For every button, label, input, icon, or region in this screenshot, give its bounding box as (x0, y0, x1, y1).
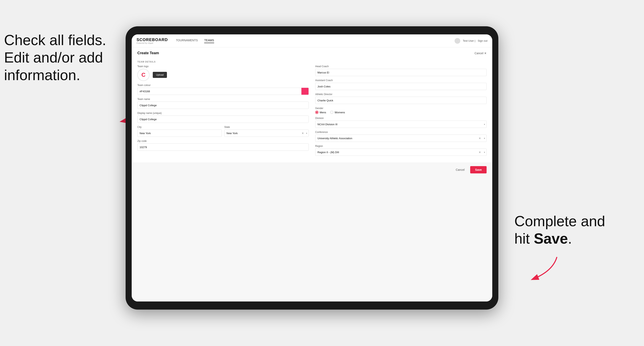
radio-mens[interactable]: Mens (315, 111, 326, 114)
left-column: Team logo C Upload Team colour (137, 65, 309, 159)
state-label: State (224, 126, 309, 129)
radio-mens-label: Mens (320, 111, 326, 114)
arrow-right (520, 255, 565, 285)
team-colour-group: Team colour (137, 84, 309, 95)
region-label: Region (315, 145, 486, 148)
gender-label: Gender (315, 107, 486, 110)
cancel-label: Cancel (474, 52, 483, 55)
assistant-coach-input[interactable] (315, 83, 486, 90)
navbar: SCOREBOARD Powered by clippd TOURNAMENTS… (132, 34, 492, 47)
team-logo-area: C Upload (137, 69, 309, 81)
device-screen: SCOREBOARD Powered by clippd TOURNAMENTS… (132, 34, 492, 302)
annotation-right: Complete and hit Save. (514, 212, 636, 247)
radio-womens[interactable]: Womens (330, 111, 345, 114)
head-coach-group: Head Coach (315, 65, 486, 76)
gender-group: Gender Mens Womens (315, 107, 486, 114)
close-icon: ✕ (484, 52, 486, 55)
radio-dot-womens (330, 111, 334, 114)
app-logo: SCOREBOARD Powered by clippd (136, 37, 168, 44)
nav-teams[interactable]: TEAMS (204, 39, 214, 43)
team-logo-group: Team logo C Upload (137, 65, 309, 81)
color-swatch (302, 88, 309, 95)
nav-user-text: Test User | (463, 39, 475, 42)
radio-womens-label: Womens (335, 111, 345, 114)
nav-links: TOURNAMENTS TEAMS (176, 39, 454, 43)
region-clear-icon[interactable]: ✕ (479, 151, 481, 154)
conference-clear-icon[interactable]: ✕ (479, 137, 481, 140)
sign-out-link[interactable]: Sign out (478, 39, 488, 42)
logo-circle: C (137, 69, 150, 81)
state-input[interactable] (224, 130, 309, 137)
cancel-button[interactable]: Cancel (452, 167, 468, 173)
conference-group: Conference ✕ ▾ (315, 131, 486, 142)
zip-input[interactable] (137, 144, 309, 151)
division-select[interactable]: NCAA Division III (315, 121, 486, 128)
radio-dot-mens (315, 111, 318, 114)
region-select-wrap: ✕ ▾ (315, 149, 486, 156)
region-group: Region ✕ ▾ (315, 145, 486, 156)
avatar (454, 38, 460, 44)
athletic-director-input[interactable] (315, 97, 486, 104)
team-name-input[interactable] (137, 102, 309, 109)
nav-right: Test User | Sign out (454, 38, 488, 44)
state-select-wrap: ✕ ▾ (224, 130, 309, 137)
right-column: Head Coach Assistant Coach Athletic Dire… (315, 65, 486, 159)
head-coach-input[interactable] (315, 69, 486, 76)
team-name-group: Team name (137, 98, 309, 109)
section-label: TEAM DETAILS (137, 58, 486, 65)
main-content: Create Team Cancel ✕ TEAM DETAILS Team l… (132, 47, 492, 302)
team-colour-input[interactable] (137, 88, 302, 95)
upload-button[interactable]: Upload (153, 72, 167, 78)
team-colour-label: Team colour (137, 84, 309, 87)
city-label: City (137, 126, 222, 129)
conference-select-wrap: ✕ ▾ (315, 135, 486, 142)
display-name-input[interactable] (137, 116, 309, 123)
state-clear-icon[interactable]: ✕ (302, 132, 304, 135)
logo-text: SCOREBOARD (136, 37, 168, 42)
city-group: City (137, 126, 222, 137)
city-state-row: City State ✕ ▾ (137, 126, 309, 137)
radio-group: Mens Womens (315, 111, 486, 114)
cancel-x-button[interactable]: Cancel ✕ (474, 52, 486, 55)
nav-tournaments[interactable]: TOURNAMENTS (176, 39, 198, 43)
conference-input[interactable] (315, 135, 486, 142)
color-input-wrap (137, 88, 309, 95)
zip-group: Zip code (137, 140, 309, 151)
two-col-layout: Team logo C Upload Team colour (137, 65, 486, 159)
division-label: Division (315, 117, 486, 120)
display-name-group: Display name (unique) (137, 112, 309, 123)
logo-subtext: Powered by clippd (136, 42, 168, 44)
region-input[interactable] (315, 149, 486, 156)
team-logo-label: Team logo (137, 65, 309, 68)
device-frame: SCOREBOARD Powered by clippd TOURNAMENTS… (126, 26, 498, 310)
athletic-director-group: Athletic Director (315, 93, 486, 104)
assistant-coach-group: Assistant Coach (315, 79, 486, 90)
state-group: State ✕ ▾ (224, 126, 309, 137)
division-group: Division NCAA Division III ▾ (315, 117, 486, 128)
save-button[interactable]: Save (470, 166, 486, 173)
conference-label: Conference (315, 131, 486, 134)
division-select-wrap: NCAA Division III ▾ (315, 121, 486, 128)
athletic-director-label: Athletic Director (315, 93, 486, 96)
team-details-section: TEAM DETAILS Team logo C Upload (132, 58, 492, 163)
city-input[interactable] (137, 130, 222, 137)
page-title: Create Team (137, 51, 159, 55)
assistant-coach-label: Assistant Coach (315, 79, 486, 82)
city-state-group: City State ✕ ▾ (137, 126, 309, 137)
annotation-left: Check all fields. Edit and/or add inform… (4, 31, 122, 84)
head-coach-label: Head Coach (315, 65, 486, 68)
zip-label: Zip code (137, 140, 309, 143)
team-name-label: Team name (137, 98, 309, 101)
create-team-header: Create Team Cancel ✕ (132, 47, 492, 58)
form-footer: Cancel Save (132, 163, 492, 177)
display-name-label: Display name (unique) (137, 112, 309, 115)
